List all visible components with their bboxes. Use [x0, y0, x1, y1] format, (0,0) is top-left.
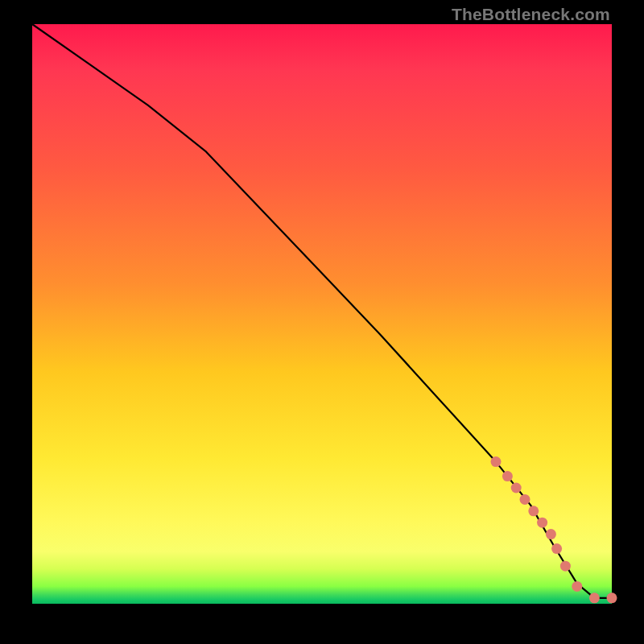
marker-dot	[537, 518, 547, 528]
marker-dot	[572, 581, 582, 592]
curve-line	[32, 24, 612, 598]
marker-dot	[502, 471, 513, 481]
plot-area	[32, 24, 612, 604]
marker-dot	[546, 529, 556, 539]
marker-dot	[607, 592, 617, 603]
marker-group	[491, 456, 617, 603]
marker-dot	[560, 561, 571, 572]
marker-dot	[520, 494, 530, 505]
marker-dot	[551, 543, 562, 554]
marker-dot	[511, 483, 522, 493]
marker-dot	[491, 456, 502, 467]
marker-dot	[528, 506, 539, 516]
chart-frame: TheBottleneck.com	[0, 0, 644, 644]
marker-dot	[589, 592, 600, 603]
chart-svg	[32, 24, 612, 604]
watermark-text: TheBottleneck.com	[452, 5, 610, 24]
